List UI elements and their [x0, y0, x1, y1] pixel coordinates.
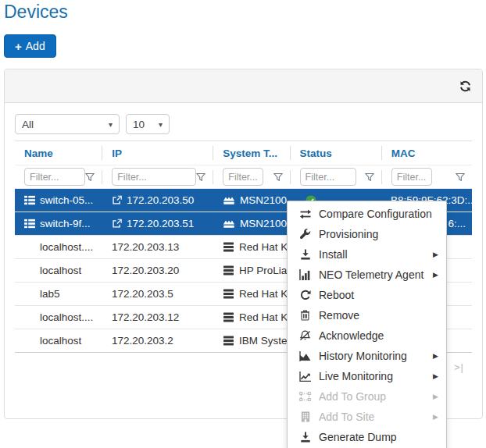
devices-screen: Devices + Add All ▾ 10: [0, 0, 486, 448]
trash-icon: [298, 310, 313, 321]
server-icon: [223, 312, 234, 322]
device-type-select-value: All: [22, 119, 34, 130]
device-name: localhost: [40, 335, 81, 347]
panel-header: [5, 69, 482, 103]
refresh-icon[interactable]: [459, 80, 471, 92]
switch-icon: [223, 219, 235, 229]
table-controls: All ▾ 10 ▾: [15, 114, 472, 134]
ip-filter-input[interactable]: [112, 168, 196, 186]
system-type-filter-input[interactable]: [223, 168, 263, 186]
menu-item-provisioning[interactable]: Install Provisioning: [288, 224, 446, 244]
column-header-mac[interactable]: MAC: [382, 141, 472, 165]
menu-item-compare-configuration[interactable]: Compare Configuration: [288, 204, 446, 224]
menu-item-reboot[interactable]: Reboot: [288, 285, 446, 305]
bell-slash-icon: [298, 330, 313, 341]
add-button-label: Add: [26, 40, 45, 52]
add-device-button[interactable]: + Add: [4, 34, 56, 58]
chevron-down-icon: ▾: [102, 120, 113, 129]
device-context-menu: Compare Configuration Install Provisioni…: [287, 201, 447, 448]
building-icon: [298, 411, 313, 422]
th-list-icon: [24, 195, 35, 205]
column-header-system-type[interactable]: System T... ↓: [213, 141, 289, 165]
device-ip: 172.20.203.13: [112, 241, 179, 253]
switch-icon: [223, 195, 235, 205]
column-label: MAC: [391, 148, 416, 159]
pagination-last-page-button[interactable]: >|: [454, 361, 464, 373]
table-header-row: Name IP System T... ↓ Status: [15, 141, 472, 165]
menu-item-label: Install: [319, 248, 348, 261]
name-filter-input[interactable]: [24, 168, 85, 186]
menu-item-install[interactable]: Install ▶: [288, 244, 446, 265]
device-ip: 172.20.203.50: [127, 194, 194, 206]
device-system-type: MSN2100: [240, 194, 287, 206]
menu-item-label: Generate Dump: [319, 431, 397, 443]
server-icon: [223, 242, 234, 252]
submenu-caret-icon: ▶: [433, 352, 438, 360]
external-link-icon[interactable]: [112, 219, 122, 229]
device-ip: 172.20.203.5: [112, 288, 173, 300]
column-label: Status: [300, 148, 332, 159]
device-name: switch-05...: [40, 194, 93, 206]
column-label: IP: [112, 148, 122, 159]
page-size-select-value: 10: [133, 119, 145, 130]
column-header-ip[interactable]: IP: [102, 141, 213, 165]
submenu-caret-icon: ▶: [433, 271, 438, 279]
menu-item-neo-telemetry-agent[interactable]: NEO Telemetry Agent ▶: [288, 265, 446, 285]
menu-item-label: Add To Group: [319, 390, 386, 403]
column-label: Name: [24, 148, 53, 159]
column-header-status[interactable]: Status: [291, 141, 381, 165]
table-filter-row: [15, 165, 472, 188]
menu-item-label: Live Monitoring: [319, 370, 393, 382]
device-ip: 172.20.203.2: [112, 335, 173, 347]
device-name: localhost: [40, 265, 81, 276]
device-ip: 172.20.203.20: [112, 265, 179, 276]
plus-icon: +: [15, 40, 22, 53]
filter-funnel-icon[interactable]: [365, 172, 374, 182]
device-system-type: MSN2100: [240, 218, 287, 229]
column-label: System T...: [223, 148, 277, 159]
menu-item-generate-dump[interactable]: Generate Dump: [288, 427, 446, 447]
page-size-select[interactable]: 10 ▾: [126, 114, 170, 134]
device-system-type: Red Hat K...: [239, 241, 290, 253]
device-name: switch-9f...: [40, 218, 91, 229]
filter-funnel-icon[interactable]: [456, 172, 465, 182]
menu-item-label: Add To Site: [319, 411, 374, 423]
menu-item-label: Acknowledge: [319, 329, 384, 342]
menu-item-history-monitoring[interactable]: History Monitoring ▶: [288, 346, 446, 366]
line-chart-icon: [298, 372, 313, 382]
wrench-icon: [298, 229, 313, 240]
menu-item-live-monitoring[interactable]: Live Monitoring ▶: [288, 366, 446, 386]
system-type-filter-cell: [213, 165, 289, 188]
submenu-caret-icon: ▶: [433, 372, 438, 380]
compare-icon: [298, 209, 313, 219]
bar-chart-icon: [298, 269, 313, 280]
column-header-name[interactable]: Name: [15, 141, 102, 165]
status-filter-input[interactable]: [300, 168, 356, 186]
menu-item-label: History Monitoring: [319, 350, 407, 362]
area-chart-icon: [298, 351, 313, 361]
mac-filter-cell: [382, 165, 472, 188]
filter-funnel-icon[interactable]: [85, 172, 95, 182]
menu-item-label: Reboot: [319, 289, 354, 301]
submenu-caret-icon: ▶: [433, 251, 438, 258]
device-ip: 172.20.203.12: [112, 311, 179, 323]
menu-item-label: Provisioning: [319, 228, 378, 240]
menu-item-acknowledge[interactable]: Acknowledge: [288, 325, 446, 346]
object-group-icon: [298, 391, 313, 402]
menu-item-label: Remove: [319, 309, 359, 322]
filter-funnel-icon[interactable]: [273, 172, 283, 182]
server-icon: [223, 336, 234, 346]
download-icon: [298, 432, 313, 443]
server-icon: [223, 265, 234, 276]
menu-item-add-to-group: Add To Group ▶: [288, 386, 446, 407]
name-filter-cell: [15, 165, 102, 188]
menu-item-add-to-site: Add To Site ▶: [288, 407, 446, 427]
filter-funnel-icon[interactable]: [196, 172, 205, 182]
device-system-type: IBM Syste...: [239, 335, 290, 347]
device-type-select[interactable]: All ▾: [15, 114, 120, 134]
device-name: localhost....: [40, 311, 93, 323]
mac-filter-input[interactable]: [391, 168, 432, 186]
menu-item-remove[interactable]: Remove: [288, 305, 446, 325]
external-link-icon[interactable]: [112, 195, 122, 205]
reboot-icon: [298, 290, 313, 300]
